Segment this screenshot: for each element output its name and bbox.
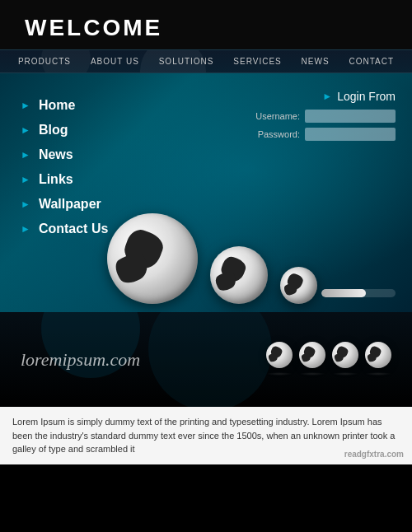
password-label: Password: xyxy=(246,129,300,139)
nav-products[interactable]: PRODUCTS xyxy=(18,57,71,66)
soccer-balls xyxy=(107,213,317,304)
soccer-ball-small xyxy=(280,267,317,304)
password-row: Password: xyxy=(246,128,396,141)
main-content: ► Home ► Blog ► News ► Links ► Wallpaper… xyxy=(0,73,412,312)
arrow-icon: ► xyxy=(21,223,30,235)
navigation: PRODUCTS ABOUT US SOLUTIONS SERVICES NEW… xyxy=(0,49,412,73)
mini-ball-1-wrap xyxy=(266,342,293,378)
login-form: ► Login From Username: Password: xyxy=(246,90,396,146)
footer-text: Lorem Ipsum is simply dummy text of the … xyxy=(12,417,395,454)
progress-bar-area xyxy=(321,289,396,297)
nav-news[interactable]: NEWS xyxy=(302,57,330,66)
header: WELCOME xyxy=(0,0,412,49)
nav-services[interactable]: SERVICES xyxy=(233,57,281,66)
watermark: readgfxtra.com xyxy=(344,448,404,460)
menu-item-news[interactable]: ► News xyxy=(21,147,108,162)
arrow-icon: ► xyxy=(21,100,30,111)
menu-item-links[interactable]: ► Links xyxy=(21,172,108,187)
menu-item-contact[interactable]: ► Contact Us xyxy=(21,222,108,236)
page-title: WELCOME xyxy=(25,15,162,40)
menu-item-home[interactable]: ► Home xyxy=(21,98,108,113)
arrow-icon: ► xyxy=(21,198,30,210)
password-input[interactable] xyxy=(305,128,396,141)
username-input[interactable] xyxy=(305,110,396,123)
arrow-icon: ► xyxy=(21,174,30,185)
progress-fill xyxy=(321,289,366,297)
menu-item-wallpaper[interactable]: ► Wallpaper xyxy=(21,197,108,212)
dark-section: loremipsum.com xyxy=(0,312,412,407)
username-label: Username: xyxy=(246,111,300,121)
arrow-icon: ► xyxy=(21,149,30,161)
mini-balls-container xyxy=(266,342,391,378)
arrow-icon: ► xyxy=(21,124,30,136)
footer: Lorem Ipsum is simply dummy text of the … xyxy=(0,407,412,464)
nav-solutions[interactable]: SOLUTIONS xyxy=(159,57,214,66)
logo-text: loremipsum.com xyxy=(21,349,140,371)
mini-soccer-ball-2 xyxy=(299,342,325,368)
mini-ball-4-reflect xyxy=(365,372,391,376)
soccer-ball-medium xyxy=(210,246,268,304)
mini-soccer-ball-1 xyxy=(266,342,293,368)
mini-ball-2-reflect xyxy=(299,372,325,376)
menu-item-blog[interactable]: ► Blog xyxy=(21,123,108,138)
mini-ball-1-reflect xyxy=(266,372,293,376)
mini-ball-3-reflect xyxy=(332,372,358,376)
mini-ball-4-wrap xyxy=(365,342,391,378)
nav-contact[interactable]: CONTACT xyxy=(349,57,394,66)
mini-soccer-ball-3 xyxy=(332,342,358,368)
left-menu: ► Home ► Blog ► News ► Links ► Wallpaper… xyxy=(21,98,108,246)
login-arrow-icon: ► xyxy=(322,91,332,102)
progress-bar xyxy=(321,289,396,297)
username-row: Username: xyxy=(246,110,396,123)
soccer-ball-large xyxy=(107,213,198,304)
login-title: ► Login From xyxy=(246,90,396,103)
mini-ball-2-wrap xyxy=(299,342,325,378)
mini-ball-3-wrap xyxy=(332,342,358,378)
mini-soccer-ball-4 xyxy=(365,342,391,368)
nav-about[interactable]: ABOUT US xyxy=(91,57,139,66)
